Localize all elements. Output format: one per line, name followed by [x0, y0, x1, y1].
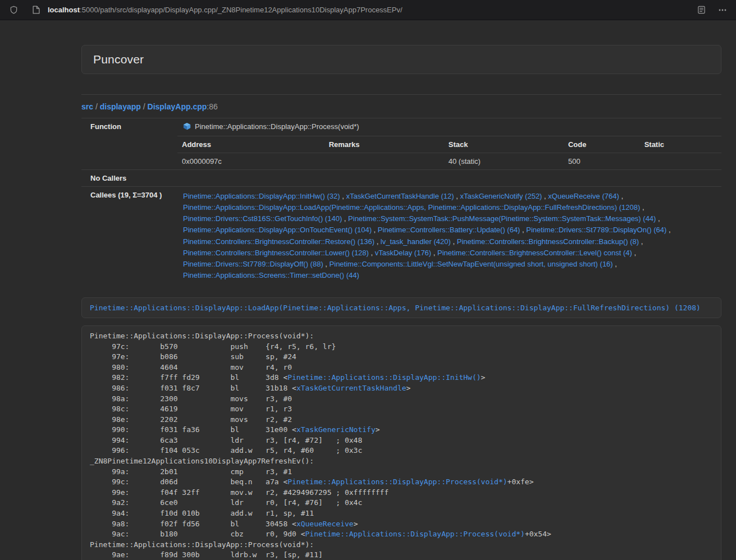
function-detail-row: Address Remarks Stack Code Static 0x0000…	[81, 136, 721, 170]
callee-link[interactable]: Pinetime::Applications::Screens::Timer::…	[183, 271, 359, 279]
browser-chrome: localhost:5000/path/src/displayapp/Displ…	[0, 0, 736, 20]
divider	[81, 94, 721, 95]
breadcrumb-link[interactable]: src	[81, 102, 93, 111]
cell-code: 500	[564, 153, 640, 170]
callee-separator: ,	[613, 260, 617, 268]
callee-separator: ,	[342, 214, 348, 223]
disassembly-panel: Pinetime::Applications::DisplayApp::Proc…	[81, 325, 721, 560]
callee-separator: ,	[374, 237, 381, 246]
callee-separator: ,	[451, 237, 457, 246]
callee-link[interactable]: Pinetime::Components::LittleVgl::SetNewT…	[330, 260, 613, 268]
reader-mode-button[interactable]	[694, 3, 708, 17]
callee-separator: ,	[369, 249, 375, 257]
function-row-label: Function	[81, 118, 177, 136]
callee-link[interactable]: Pinetime::Controllers::BrightnessControl…	[457, 237, 639, 246]
callee-link[interactable]: xQueueReceive (764)	[548, 192, 619, 200]
breadcrumb-line-number: :86	[207, 102, 217, 111]
callee-link[interactable]: Pinetime::Applications::DisplayApp::Init…	[183, 192, 340, 200]
col-header-code: Code	[564, 136, 640, 153]
function-table: Function Pinetime::Applications::Display…	[81, 118, 721, 285]
callees-label: Callees (19, Σ=3704 )	[81, 187, 177, 286]
page-title: Puncover	[93, 53, 710, 66]
col-header-remarks: Remarks	[324, 136, 444, 153]
col-header-static: Static	[640, 136, 721, 153]
breadcrumb: src / displayapp / DisplayApp.cpp:86	[81, 102, 721, 111]
callee-link[interactable]: Pinetime::Controllers::Battery::Update()…	[378, 226, 520, 234]
callee-link[interactable]: Pinetime::Drivers::Cst816S::GetTouchInfo…	[183, 214, 342, 223]
function-row: Function Pinetime::Applications::Display…	[81, 118, 721, 136]
page-content: Puncover src / displayapp / DisplayApp.c…	[81, 45, 721, 560]
breadcrumb-link[interactable]: DisplayApp.cpp	[148, 102, 207, 111]
toolbar-right	[694, 3, 729, 17]
code-symbol-link[interactable]: xTaskGetCurrentTaskHandle	[296, 384, 406, 392]
no-callers-row: No Callers	[81, 170, 721, 187]
callee-link[interactable]: Pinetime::Drivers::St7789::DisplayOn() (…	[526, 226, 666, 234]
symbol-panel: Pinetime::Applications::DisplayApp::Load…	[81, 297, 721, 318]
callee-link[interactable]: xTaskGetCurrentTaskHandle (12)	[346, 192, 454, 200]
callee-link[interactable]: Pinetime::Applications::DisplayApp::Load…	[183, 203, 640, 212]
menu-dots-button[interactable]	[716, 3, 729, 17]
shield-icon[interactable]	[7, 3, 20, 17]
breadcrumb-separator: /	[141, 102, 148, 111]
callees-row: Callees (19, Σ=3704 ) Pinetime::Applicat…	[81, 187, 721, 286]
callee-separator: ,	[542, 192, 548, 200]
callee-link[interactable]: vTaskDelay (176)	[375, 249, 431, 257]
breadcrumb-link[interactable]: displayapp	[100, 102, 141, 111]
code-symbol-link[interactable]: xTaskGenericNotify	[296, 425, 376, 434]
app-header-panel: Puncover	[81, 45, 721, 74]
detail-subtable-cell: Address Remarks Stack Code Static 0x0000…	[177, 136, 721, 170]
function-signature: Pinetime::Applications::DisplayApp::Proc…	[195, 122, 359, 131]
url-host: localhost	[48, 6, 80, 14]
callee-separator: ,	[632, 249, 636, 257]
code-symbol-link[interactable]: Pinetime::Applications::DisplayApp::Init…	[287, 373, 481, 382]
empty-left-cell	[81, 136, 177, 170]
code-symbol-link[interactable]: Pinetime::Applications::DisplayApp::Proc…	[287, 478, 507, 486]
callee-separator: ,	[666, 226, 670, 234]
function-signature-cell: Pinetime::Applications::DisplayApp::Proc…	[177, 118, 721, 136]
col-header-stack: Stack	[444, 136, 564, 153]
callee-separator: ,	[656, 214, 660, 223]
callee-link[interactable]: xTaskGenericNotify (252)	[460, 192, 542, 200]
callees-cell: Pinetime::Applications::DisplayApp::Init…	[177, 187, 721, 286]
callee-link[interactable]: Pinetime::Drivers::St7789::DisplayOff() …	[183, 260, 323, 268]
code-symbol-link[interactable]: Pinetime::Applications::DisplayApp::Proc…	[305, 530, 525, 538]
cell-stack: 40 (static)	[444, 153, 564, 170]
cell-remarks	[324, 153, 444, 170]
cell-address: 0x0000097c	[177, 153, 324, 170]
symbol-panel-link[interactable]: Pinetime::Applications::DisplayApp::Load…	[90, 304, 701, 312]
callee-separator: ,	[431, 249, 437, 257]
callee-link[interactable]: Pinetime::Controllers::BrightnessControl…	[437, 249, 632, 257]
page-icon	[29, 3, 43, 17]
disassembly-code: Pinetime::Applications::DisplayApp::Proc…	[90, 331, 713, 560]
detail-value-row: 0x0000097c 40 (static) 500	[177, 153, 721, 170]
callee-separator: ,	[323, 260, 330, 268]
detail-header-row: Address Remarks Stack Code Static	[177, 136, 721, 153]
col-header-address: Address	[177, 136, 324, 153]
function-type-icon	[183, 122, 191, 132]
callee-link[interactable]: Pinetime::System::SystemTask::PushMessag…	[348, 214, 656, 223]
callee-link[interactable]: lv_task_handler (420)	[381, 237, 451, 246]
url-text: localhost:5000/path/src/displayapp/Displ…	[48, 6, 403, 14]
callee-separator: ,	[640, 203, 644, 212]
callee-separator: ,	[619, 192, 623, 200]
callee-link[interactable]: Pinetime::Controllers::BrightnessControl…	[183, 249, 369, 257]
code-symbol-link[interactable]: xQueueReceive	[296, 520, 354, 528]
cell-static	[640, 153, 721, 170]
callee-link[interactable]: Pinetime::Controllers::BrightnessControl…	[183, 237, 374, 246]
no-callers-cell	[177, 170, 721, 187]
callee-separator: ,	[454, 192, 460, 200]
callee-link[interactable]: Pinetime::Applications::DisplayApp::OnTo…	[183, 226, 372, 234]
breadcrumb-separator: /	[93, 102, 100, 111]
callee-separator: ,	[372, 226, 378, 234]
url-bar[interactable]: localhost:5000/path/src/displayapp/Displ…	[29, 3, 688, 17]
callee-separator: ,	[340, 192, 346, 200]
callee-separator: ,	[639, 237, 643, 246]
no-callers-label: No Callers	[81, 170, 177, 187]
callee-separator: ,	[520, 226, 526, 234]
detail-table: Address Remarks Stack Code Static 0x0000…	[177, 136, 721, 169]
url-path: :5000/path/src/displayapp/DisplayApp.cpp…	[80, 6, 403, 14]
